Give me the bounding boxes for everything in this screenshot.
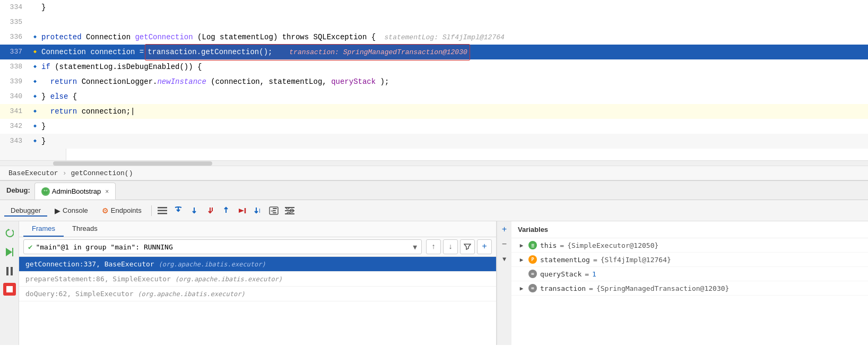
tab-console[interactable]: ▶ Console [48,204,94,217]
params: (Log statementLog) throws SQLException { [197,33,376,41]
step-into-button[interactable] [187,204,202,217]
breadcrumb-sep: › [63,169,67,177]
params-339: (connection, statementLog, [211,77,331,86]
svg-point-0 [43,189,48,194]
session-tab-label: AdminBootstrap [52,187,101,195]
kw-else-340: else [50,92,68,101]
line-num-341: 341 [4,104,31,119]
svg-rect-23 [6,286,13,292]
debug-main: Frames Threads ✔ "main"@1 in group "main… [0,221,868,345]
thread-dropdown-icon: ▼ [413,243,417,251]
force-step-into-button[interactable] [203,204,218,217]
svg-point-2 [46,189,47,191]
code-line-338: 338 ◆ if (statementLog.isDebugEnabled())… [0,59,868,74]
code-line-336: 336 ◆ protected Connection getConnection… [0,30,868,45]
side-btn-triangle[interactable]: ▼ [498,253,511,266]
tab-threads[interactable]: Threads [64,221,106,237]
left-controls [0,221,19,345]
side-controls: + − ▼ [497,221,511,345]
breadcrumb: BaseExecutor › getConnection() [0,166,868,180]
endpoints-icon: ⚙ [102,206,109,215]
var-item-statementlog: ▶ P statementLog = {Slf4jImpl@12764} [511,253,868,267]
debug-header: Debug: AdminBootstrap × [0,181,868,200]
gutter-icon-336: ◆ [31,30,39,45]
side-btn-plus[interactable]: + [498,223,511,236]
variables-panel: Variables ▶ ≡ this = {SimpleExecutor@120… [511,221,868,345]
var-eq-transaction: = [589,284,593,292]
variables-header: Variables [511,221,868,238]
tooltip-code: transaction.getConnection(); [147,48,272,56]
line-num-339: 339 [4,74,31,89]
settings-button[interactable] [282,204,297,217]
debug-toolbar: Debugger ▶ Console ⚙ Endpoints [0,200,868,221]
conn-decl: Connection connection = [41,45,144,59]
code-line-343: 343 ◆ } [0,134,868,149]
line-content-343: } [39,134,868,149]
var-expand-this[interactable]: ▶ [518,241,525,249]
var-name-querystack: queryStack [540,270,581,278]
code-338b: (statementLog.isDebugEnabled()) { [55,63,202,71]
inline-hint-336: statementLog: Slf4jImpl@12764 [385,33,505,41]
session-icon [41,187,50,196]
svg-rect-5 [158,213,167,214]
thread-label: "main"@1 in group "main": RUNNING [36,243,172,251]
var-expand-transaction[interactable]: ▶ [518,284,525,292]
stop-button[interactable] [3,283,16,296]
evaluate-button[interactable]: = [266,204,281,217]
frame-add-button[interactable]: + [477,239,492,254]
frame-item-0[interactable]: getConnection:337, BaseExecutor (org.apa… [19,257,496,272]
frames-button[interactable] [155,204,170,217]
code-line-334: 334 } [0,0,868,15]
tab-debugger[interactable]: Debugger [4,204,47,217]
gutter-icon-342: ◆ [31,119,39,134]
side-btn-minus[interactable]: − [498,238,511,251]
var-value-this: {SimpleExecutor@12050} [567,241,658,249]
scrollbar-thumb[interactable] [53,161,212,166]
svg-text:I: I [259,208,261,214]
var-icon-transaction: ∞ [528,284,537,292]
debug-session-tab[interactable]: AdminBootstrap × [34,183,116,200]
code-lines: 334 } 335 336 ◆ protected Connection get… [0,0,868,160]
kw-return-341: return [50,107,82,116]
tab-frames-label: Frames [32,224,55,232]
session-close-button[interactable]: × [105,188,109,195]
frames-nav: ↑ ↓ + [426,239,492,254]
frame-method-1: prepareStatement:86, SimpleExecutor [25,275,175,283]
var-expand-statementlog[interactable]: ▶ [518,256,525,263]
line-content-336: protected Connection getConnection (Log … [39,30,868,45]
var-icon-querystack: ∞ [528,270,537,278]
line-num-337: 337 [4,45,31,59]
var-icon-this: ≡ [528,241,537,249]
code-line-342: 342 ◆ } [0,119,868,134]
smart-step-into-button[interactable]: I [250,204,265,217]
gutter-icon-343: ◆ [31,134,39,149]
pause-button[interactable] [2,264,17,279]
gutter-icon-337: ◆ [31,45,39,59]
line-num-335: 335 [4,15,31,30]
line-num-343: 343 [4,134,31,149]
var-icon-statementlog: P [528,255,537,264]
line-content-339: return ConnectionLogger.newInstance (con… [39,74,868,89]
frame-item-1[interactable]: prepareStatement:86, SimpleExecutor (org… [19,272,496,287]
frame-item-2[interactable]: doQuery:62, SimpleExecutor (org.apache.i… [19,287,496,301]
frame-method-0: getConnection:337, BaseExecutor [25,260,158,268]
thread-selector[interactable]: ✔ "main"@1 in group "main": RUNNING ▼ [23,239,422,254]
rerun-button[interactable] [2,226,17,240]
tab-frames[interactable]: Frames [23,221,64,237]
svg-marker-18 [8,229,10,231]
frame-up-button[interactable]: ↑ [426,239,441,254]
frame-down-button[interactable]: ↓ [443,239,458,254]
step-out-button[interactable] [219,204,233,217]
run-to-cursor-button[interactable] [235,204,249,217]
frame-pkg-0: (org.apache.ibatis.executor) [158,261,265,268]
resume-button[interactable] [2,245,17,260]
querystack-339: queryStack [331,77,376,86]
debug-label: Debug: [6,186,30,194]
step-over-button[interactable] [171,204,186,217]
frame-filter-button[interactable] [460,239,475,254]
code-line-340: 340 ◆ } else { [0,89,868,104]
editor-scrollbar[interactable] [0,160,868,166]
frame-method-2: doQuery:62, SimpleExecutor [25,290,137,298]
svg-point-1 [44,189,45,191]
tab-endpoints[interactable]: ⚙ Endpoints [96,204,148,217]
